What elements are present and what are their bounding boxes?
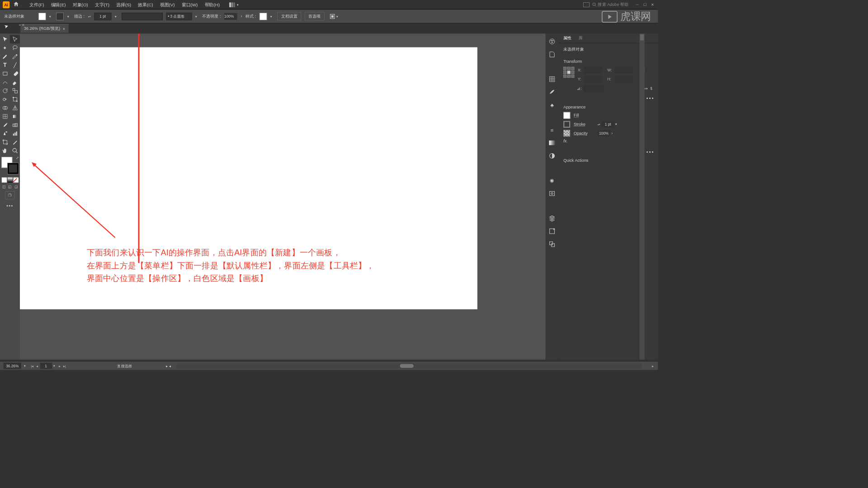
transparency-panel-icon[interactable] (548, 152, 556, 160)
opacity-input[interactable] (598, 130, 610, 136)
fill-swatch[interactable] (38, 13, 46, 20)
search-input[interactable]: 搜索 Adobe 帮助 (592, 2, 629, 8)
menu-object[interactable]: 对象(O) (69, 0, 91, 9)
symbols-panel-icon[interactable]: ♣ (548, 101, 556, 109)
menu-file[interactable]: 文件(F) (26, 0, 47, 9)
artboards-panel-icon[interactable] (548, 240, 556, 248)
none-mode-icon[interactable] (13, 178, 18, 183)
h-input[interactable] (615, 76, 632, 83)
panel-collapse-icon[interactable]: « ✕ (19, 23, 24, 27)
scale-tool[interactable] (10, 86, 20, 95)
free-transform-tool[interactable] (10, 95, 20, 103)
shape-builder-tool[interactable] (0, 103, 10, 112)
first-artboard-icon[interactable]: |◂ (30, 364, 34, 367)
properties-panel-icon[interactable] (548, 51, 556, 58)
maximize-icon[interactable]: ☐ (642, 2, 647, 7)
rectangle-tool[interactable] (0, 69, 10, 78)
tab-close-icon[interactable]: × (63, 27, 65, 31)
zoom-level-input[interactable] (4, 363, 21, 369)
artboard-tool[interactable] (0, 138, 10, 146)
asset-export-panel-icon[interactable] (548, 227, 556, 235)
minimize-icon[interactable]: ─ (635, 2, 640, 7)
menu-edit[interactable]: 编辑(E) (47, 0, 69, 9)
line-segment-tool[interactable]: ╱ (10, 61, 20, 69)
next-artboard-icon[interactable]: ▸ (58, 364, 61, 367)
home-icon[interactable] (13, 1, 19, 8)
stroke-swatch[interactable] (56, 13, 64, 20)
draw-normal-icon[interactable]: ◫ (1, 185, 6, 189)
width-tool[interactable]: ⟳ (0, 95, 10, 103)
align-to-icon[interactable]: ▾ (329, 13, 340, 19)
x-input[interactable] (584, 67, 602, 74)
vertical-scrollbar[interactable] (639, 33, 644, 360)
reference-point-selector[interactable] (563, 67, 574, 78)
opacity-swatch[interactable] (563, 130, 570, 136)
swatches-panel-icon[interactable] (548, 75, 556, 83)
menu-help[interactable]: 帮助(H) (201, 0, 223, 9)
gradient-tool[interactable] (10, 112, 20, 121)
symbol-sprayer-tool[interactable] (0, 129, 10, 138)
horizontal-scrollbar[interactable] (174, 363, 649, 368)
artboard-number-input[interactable] (40, 363, 52, 369)
swap-fill-stroke-icon[interactable]: ⤢ (16, 156, 19, 160)
zoom-tool[interactable] (10, 146, 20, 155)
edit-toolbar-button[interactable]: ••• (0, 201, 20, 210)
menu-type[interactable]: 文字(T) (91, 0, 113, 9)
graphic-styles-panel-icon[interactable] (548, 190, 556, 197)
stroke-weight-input[interactable] (94, 13, 111, 20)
fx-label[interactable]: fx. (563, 139, 568, 144)
rotate-tool[interactable] (0, 86, 10, 95)
fill-swatch[interactable] (563, 112, 570, 119)
shaper-tool[interactable] (0, 78, 10, 86)
type-tool[interactable]: T (0, 61, 10, 69)
document-setup-button[interactable]: 文档设置 (277, 12, 301, 21)
draw-inside-icon[interactable]: ◲ (14, 185, 19, 189)
magic-wand-tool[interactable]: ✦ (0, 43, 10, 52)
fill-stroke-control[interactable]: ⤢ (1, 157, 19, 174)
selection-tool[interactable] (0, 35, 10, 43)
document-tab[interactable]: 36.26% (RGB/预览) × (20, 24, 68, 33)
layers-panel-icon[interactable] (548, 215, 556, 222)
variable-width-profile[interactable] (122, 13, 163, 20)
arrange-docs-icon[interactable]: ▾ (229, 2, 240, 7)
pen-tool[interactable] (0, 52, 10, 61)
blend-tool[interactable] (10, 121, 20, 129)
color-mode-icon[interactable] (1, 178, 6, 183)
perspective-grid-tool[interactable] (10, 103, 20, 112)
w-input[interactable] (615, 67, 632, 74)
angle-input[interactable] (584, 85, 604, 92)
stroke-panel-icon[interactable]: ≡ (548, 126, 556, 134)
eyedropper-tool[interactable] (0, 121, 10, 129)
menu-view[interactable]: 视图(V) (156, 0, 178, 9)
tab-properties[interactable]: 属性 (560, 33, 575, 42)
stroke-weight-input[interactable] (602, 121, 614, 127)
slice-tool[interactable] (10, 138, 20, 146)
canvas-area[interactable]: 下面我们来认识一下AI的操作界面，点击AI界面的【新建】一个画板， 在界面上方是… (20, 33, 546, 360)
gradient-panel-icon[interactable] (548, 139, 556, 147)
menu-effect[interactable]: 效果(C) (135, 0, 157, 9)
eraser-tool[interactable] (10, 78, 20, 86)
flip-vertical-icon[interactable]: ⥮ (650, 86, 653, 91)
curvature-tool[interactable] (10, 52, 20, 61)
graphic-style-swatch[interactable] (259, 13, 267, 20)
close-icon[interactable]: ✕ (650, 2, 655, 7)
menu-select[interactable]: 选择(S) (113, 0, 135, 9)
preferences-button[interactable]: 首选项 (305, 12, 325, 21)
draw-behind-icon[interactable]: ◱ (7, 185, 12, 189)
brushes-panel-icon[interactable] (548, 89, 556, 96)
last-artboard-icon[interactable]: ▸| (62, 364, 66, 367)
paintbrush-tool[interactable] (10, 69, 20, 78)
prev-artboard-icon[interactable]: ◂ (36, 364, 39, 367)
brush-definition[interactable]: • 3 点圆形 (166, 13, 192, 20)
status-play-icon[interactable]: ▸ ◂ (166, 364, 171, 368)
direct-selection-tool[interactable] (10, 35, 20, 43)
workspace-switcher-icon[interactable] (583, 2, 590, 7)
screen-mode-button[interactable]: ❐ (5, 191, 14, 199)
menu-window[interactable]: 窗口(W) (178, 0, 201, 9)
color-panel-icon[interactable] (548, 38, 556, 45)
y-input[interactable] (584, 76, 602, 83)
appearance-panel-icon[interactable]: ◉ (548, 177, 556, 184)
mesh-tool[interactable] (0, 112, 10, 121)
lasso-tool[interactable] (10, 43, 20, 52)
opacity-input[interactable] (224, 13, 237, 19)
